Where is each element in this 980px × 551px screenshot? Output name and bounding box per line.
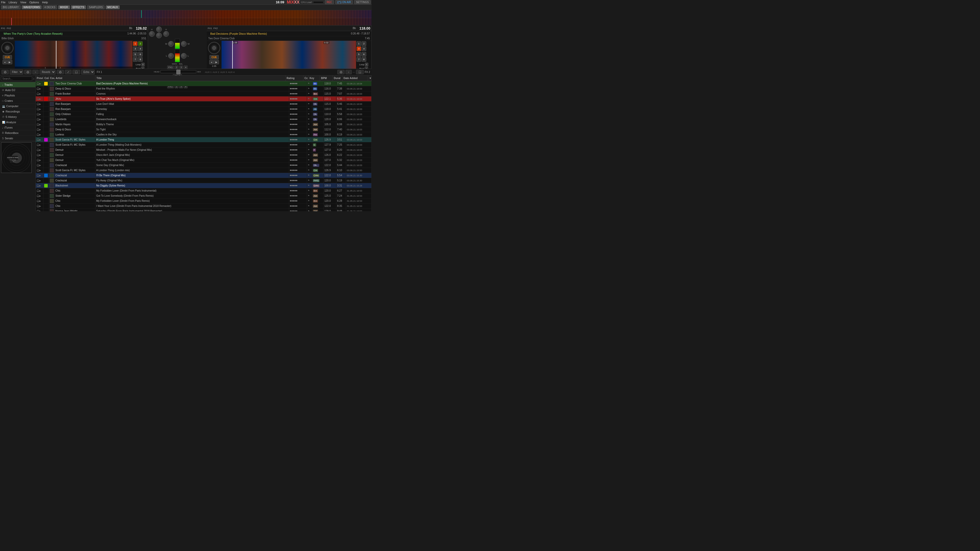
table-row[interactable]: 🎧▶ BlackstreetNo Diggity (Sylow Remix) ⚑…	[36, 183, 372, 188]
deck1-fx2[interactable]: FX2	[7, 27, 11, 30]
track-preview[interactable]: 🎧▶	[36, 168, 43, 173]
table-row[interactable]: 🎧▶ Two Door Cinema ClubBad Decisions (Pu…	[36, 81, 372, 86]
deck1-fx-power[interactable]: ⏻	[2, 70, 9, 74]
deck1-hotcue6[interactable]: 6	[138, 52, 143, 57]
sidebar-item-recordings[interactable]: ⏺ Recordings	[0, 109, 35, 114]
track-preview[interactable]: 🎧▶	[36, 183, 43, 188]
track-preview[interactable]: 🎧▶	[36, 122, 43, 127]
deck2-play-btn[interactable]: ▶	[214, 60, 219, 64]
track-preview[interactable]: 🎧▶	[36, 106, 43, 111]
deck1-hotcue1[interactable]: 1	[133, 41, 138, 46]
deck1-cue-btn[interactable]: CUE	[3, 55, 12, 59]
col-header-color[interactable]: Color	[43, 76, 49, 81]
table-row[interactable]: 🎧▶ DemuirMindset - Progress Waits For No…	[36, 148, 372, 152]
waveforms-btn[interactable]: WAVEFORMS	[22, 5, 41, 9]
col-header-sort-icon[interactable]: ▼	[368, 76, 372, 81]
track-preview[interactable]: 🎧▶	[36, 112, 43, 117]
col-header-date[interactable]: Date Added	[342, 76, 368, 81]
deck2-fx-power[interactable]: ⏻	[337, 70, 345, 74]
menu-file[interactable]: File	[1, 1, 6, 4]
track-rating[interactable]	[289, 86, 307, 91]
track-rating[interactable]	[289, 91, 307, 96]
mixer-mid1[interactable]	[168, 41, 174, 47]
deck1-beat-count[interactable]: 4	[141, 67, 145, 68]
track-rating[interactable]	[289, 183, 307, 188]
deck2-beat-count[interactable]: 4	[365, 67, 368, 68]
track-rating[interactable]	[289, 173, 307, 178]
mixer-mid2[interactable]	[181, 41, 186, 47]
deck1-hotcue3[interactable]: 3	[133, 46, 138, 51]
table-row[interactable]: 🎧▶ ChicMy Forbidden Lover (Dimitri From …	[36, 188, 372, 193]
table-row[interactable]: 🎧▶ Only ChildrenFalling ⚑ Db 110.05:5803…	[36, 112, 372, 117]
mixer-btn[interactable]: MIXER	[58, 5, 70, 9]
table-row[interactable]: 🎧▶ ChicI Want Your Love (Dimitri From Pa…	[36, 203, 372, 209]
deck2-hotcue7[interactable]: 7	[356, 57, 361, 62]
table-row[interactable]: 🎧▶ CrackazatSome Day (Original Mix) ⚑ Db…	[36, 163, 372, 168]
deck2-hotcue1[interactable]: 1	[356, 41, 361, 46]
deck1-hotcue8[interactable]: 8	[138, 57, 143, 62]
mixer-h-knob[interactable]	[149, 31, 155, 37]
track-preview[interactable]: 🎧▶	[36, 127, 43, 132]
track-rating[interactable]	[289, 163, 307, 168]
deck1-fx-headphones[interactable]: 🎧	[73, 70, 80, 74]
col-header-key[interactable]: Key	[309, 76, 320, 81]
sidebar-item-rekordbox[interactable]: R Rekordbox	[0, 130, 35, 136]
deck2-hotcue2[interactable]: 2	[362, 41, 366, 46]
track-preview[interactable]: 🎧▶	[36, 132, 43, 137]
col-header-artist[interactable]: Artist	[55, 76, 95, 81]
menu-view[interactable]: View	[20, 1, 26, 4]
table-row[interactable]: 🎧▶ Scott Garcia Ft. MC StylesA London Th…	[36, 142, 372, 148]
settings-button[interactable]: SETTINGS	[354, 0, 371, 4]
deck2-fx1[interactable]: FX1	[208, 27, 212, 30]
deck2-hotcue8[interactable]: 8	[362, 57, 366, 62]
table-row[interactable]: 🎧▶ Martin HayesBobby's Theme ⚑ Am 105.06…	[36, 122, 372, 127]
track-preview[interactable]: 🎧▶	[36, 193, 43, 198]
track-rating[interactable]	[289, 168, 307, 173]
rec-button[interactable]: REC	[325, 0, 334, 4]
deck2-fx-chain[interactable]: ○	[345, 70, 352, 74]
track-rating[interactable]	[289, 178, 307, 183]
table-row[interactable]: 🎧▶ Deep & DiscoSo Tight ⚑ Am 112.07:4003…	[36, 127, 372, 132]
track-preview[interactable]: 🎧▶	[36, 209, 43, 211]
deck1-fx-enable[interactable]: ⏻	[24, 70, 32, 74]
sidebar-item-history[interactable]: ⏱ 5 History	[0, 114, 35, 120]
mixer-low1[interactable]	[168, 53, 174, 59]
menu-library[interactable]: Library	[9, 1, 18, 4]
table-row[interactable]: 🎧▶ LuvlessCastles in the Sky ⚑ Fm 100.06…	[36, 132, 372, 137]
samplers-btn[interactable]: SAMPLERS	[87, 5, 104, 9]
deck1-fx-chain2[interactable]: ⤢	[65, 70, 72, 74]
deck1-fx1[interactable]: FX1	[1, 27, 5, 30]
track-rating[interactable]	[289, 142, 307, 147]
deck1-fx-echo-pwr[interactable]: ⏻	[57, 70, 64, 74]
search-input[interactable]	[1, 76, 32, 81]
sidebar-item-tracks[interactable]: ♪ Tracks	[0, 82, 35, 87]
4decks-btn[interactable]: 4 DECKS	[43, 5, 57, 9]
track-preview[interactable]: 🎧▶	[36, 198, 43, 203]
on-air-button[interactable]: ((*)) ON AIR	[335, 0, 353, 4]
sidebar-item-analyze[interactable]: 📊 Analyze	[0, 120, 35, 125]
deck2-loop-size[interactable]: 4	[365, 63, 368, 66]
table-row[interactable]: 🎧▶ JKrivSo True (JKriv's Sunny Splice) ⚑…	[36, 97, 372, 102]
sidebar-item-serato[interactable]: S Serato	[0, 136, 35, 141]
deck1-waveform[interactable]: 1 2	[15, 41, 132, 68]
deck2-fx-headphones[interactable]: 🎧	[356, 70, 364, 74]
deck2-hotcue3[interactable]: 3	[356, 46, 361, 51]
deck2-waveform[interactable]: 1:05 0:32	[221, 41, 356, 68]
track-rating[interactable]	[289, 203, 307, 208]
deck1-fx-chain[interactable]: ○	[32, 70, 38, 74]
track-rating[interactable]	[289, 152, 307, 157]
mixer-gain1[interactable]	[156, 27, 162, 32]
table-row[interactable]: 🎧▶ Norma Jean WrightSaturday (Dimitri Fr…	[36, 209, 372, 211]
track-preview[interactable]: 🎧▶	[36, 188, 43, 193]
deck2-hotcue5[interactable]: 5	[356, 52, 361, 57]
deck1-fx-reverb[interactable]: Reverb	[40, 70, 56, 75]
mixer-fx1[interactable]: FX1	[167, 65, 174, 69]
track-preview[interactable]: 🎧▶	[36, 173, 43, 178]
table-row[interactable]: 🎧▶ LovebirdsDonwanchooback ⚑ Db 120.06:0…	[36, 117, 372, 122]
track-preview[interactable]: 🎧▶	[36, 81, 43, 86]
table-row[interactable]: 🎧▶ Ron BasejamSomeday ⚑ Ab 118.05:4103.0…	[36, 106, 372, 112]
deck1-fx-echo[interactable]: Echo	[81, 70, 95, 75]
sidebar-item-computer[interactable]: 💻 Computer	[0, 103, 35, 109]
track-rating[interactable]	[289, 81, 307, 86]
mixer-low2[interactable]	[181, 53, 186, 59]
